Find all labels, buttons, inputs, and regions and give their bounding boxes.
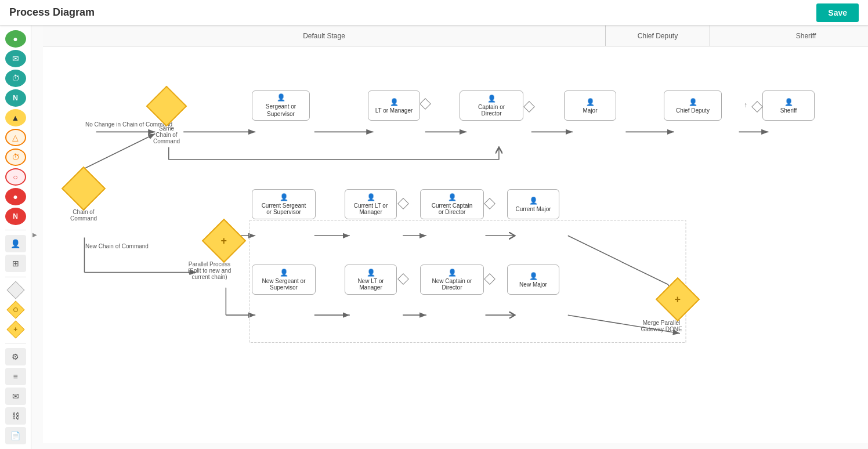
end-event-outline-icon[interactable]: ○: [5, 168, 26, 186]
exclusive-gw-new1: [399, 275, 407, 283]
curr-lt-icon: 👤: [367, 193, 375, 201]
left-toolbar: ● ✉ ⏱ N ▲ △ ⏱ ○ ● N 👤 ⊞: [0, 26, 31, 449]
exclusive-gw-top2: [525, 103, 533, 111]
captain-director-task[interactable]: 👤 Captain orDirector: [460, 90, 523, 121]
curr-captain-icon: 👤: [448, 193, 457, 201]
exclusive-gw-sheriff: [753, 103, 761, 111]
new-sergeant-task[interactable]: 👤 New Sergeant orSupervisor: [252, 265, 316, 295]
curr-sergeant-task[interactable]: 👤 Current Sergeantor Supervisor: [252, 189, 316, 219]
user-task-icon[interactable]: 👤: [5, 235, 26, 252]
link-icon[interactable]: ⛓: [5, 407, 26, 425]
settings-icon[interactable]: ⚙: [5, 348, 26, 365]
save-button[interactable]: Save: [816, 3, 859, 22]
inclusive-gateway-icon[interactable]: [5, 301, 26, 318]
major-task[interactable]: 👤 Major: [564, 90, 616, 121]
new-major-icon: 👤: [529, 272, 538, 280]
new-chain-label: New Chain of Command: [85, 243, 149, 249]
curr-major-task[interactable]: 👤 Current Major: [507, 189, 559, 219]
new-lt-label: New LT orManager: [357, 278, 384, 291]
sergeant-task-label: Sergeant orSupervisor: [266, 103, 296, 118]
sheriff-task[interactable]: 👤 Sheriff: [762, 90, 815, 121]
divider3: [5, 343, 26, 343]
lane-header-chief: Chief Deputy: [606, 26, 710, 46]
new-captain-label: New Captain orDirector: [432, 278, 472, 291]
escalation-icon[interactable]: ▲: [5, 109, 26, 126]
signal-end-icon[interactable]: N: [5, 208, 26, 225]
merge-gateway[interactable]: + Merge ParallelGateway DONE: [662, 284, 693, 315]
major-task-label: Major: [583, 107, 597, 114]
curr-lt-label: Current LT orManager: [354, 202, 388, 215]
sergeant-task-icon: 👤: [277, 93, 285, 102]
divider2: [5, 277, 26, 277]
curr-sergeant-label: Current Sergeantor Supervisor: [262, 202, 306, 215]
exclusive-gw-top1: [421, 100, 429, 108]
curr-captain-label: Current Captainor Director: [432, 202, 473, 215]
start-event-icon[interactable]: ●: [5, 30, 26, 48]
new-major-task[interactable]: 👤 New Major: [507, 265, 559, 295]
chain-of-command-label: Chain ofCommand: [70, 209, 97, 222]
sergeant-task[interactable]: 👤 Sergeant orSupervisor: [252, 90, 310, 121]
curr-lt-task[interactable]: 👤 Current LT orManager: [345, 189, 397, 219]
lane-header-default: Default Stage: [43, 26, 606, 46]
new-major-label: New Major: [519, 281, 547, 288]
curr-sergeant-icon: 👤: [280, 193, 288, 201]
timer-icon[interactable]: ⏱: [5, 70, 26, 87]
exclusive-gw-curr1: [399, 200, 407, 208]
new-sergeant-label: New Sergeant orSupervisor: [262, 278, 305, 291]
parallel-gateway-label: Parallel Process(Split to new andcurrent…: [180, 261, 238, 280]
merge-gateway-label: Merge ParallelGateway DONE: [630, 320, 693, 332]
subprocess-icon[interactable]: ⊞: [5, 255, 26, 272]
parallel-gateway-split[interactable]: + Parallel Process(Split to new andcurre…: [208, 225, 240, 256]
end-event-icon[interactable]: ●: [5, 188, 26, 205]
chief-task-icon: 👤: [689, 98, 697, 106]
lane-header-sheriff: Sheriff: [710, 26, 868, 46]
new-captain-icon: 👤: [448, 269, 457, 277]
same-chain-gateway[interactable]: Same Chain ofCommand: [152, 92, 181, 121]
curr-captain-task[interactable]: 👤 Current Captainor Director: [420, 189, 484, 219]
major-task-icon: 👤: [586, 98, 595, 106]
sheriff-task-icon: 👤: [784, 98, 793, 106]
exclusive-gw-new2: [486, 275, 494, 283]
chief-deputy-task[interactable]: 👤 Chief Deputy: [664, 90, 722, 121]
divider1: [5, 230, 26, 230]
captain-task-label: Captain orDirector: [478, 104, 505, 117]
exclusive-gateway-icon[interactable]: [5, 281, 26, 299]
curr-major-label: Current Major: [515, 206, 551, 212]
curr-major-icon: 👤: [529, 197, 538, 205]
message-icon[interactable]: ✉: [5, 50, 26, 67]
mail-icon[interactable]: ✉: [5, 388, 26, 405]
list-icon[interactable]: ≡: [5, 368, 26, 385]
chief-task-label: Chief Deputy: [676, 107, 710, 114]
page-title: Process Diagram: [9, 6, 95, 19]
new-captain-task[interactable]: 👤 New Captain orDirector: [420, 265, 484, 295]
captain-task-icon: 👤: [487, 95, 496, 103]
collapse-button[interactable]: ▶: [32, 231, 37, 238]
timer-outline-icon[interactable]: ⏱: [5, 149, 26, 166]
diagram-canvas[interactable]: Default Stage Chief Deputy Sheriff ▶: [31, 26, 868, 449]
lt-task-label: LT or Manager: [375, 107, 413, 114]
lt-task-icon: 👤: [390, 98, 399, 106]
exclusive-gw-curr2: [486, 200, 494, 208]
chain-of-command-gateway[interactable]: Chain ofCommand: [68, 173, 99, 204]
new-lt-icon: 👤: [367, 269, 375, 277]
signal-icon[interactable]: N: [5, 89, 26, 107]
document-icon[interactable]: 📄: [5, 427, 26, 444]
parallel-gateway-icon[interactable]: +: [5, 321, 26, 338]
new-sergeant-icon: 👤: [280, 269, 288, 277]
chief-up-arrow: ↑: [744, 101, 747, 109]
sheriff-task-label: Sheriff: [780, 107, 797, 114]
same-chain-label: Same Chain ofCommand: [153, 125, 180, 144]
escalation-outline-icon[interactable]: △: [5, 129, 26, 146]
lt-manager-task[interactable]: 👤 LT or Manager: [368, 90, 420, 121]
new-lt-task[interactable]: 👤 New LT orManager: [345, 265, 397, 295]
